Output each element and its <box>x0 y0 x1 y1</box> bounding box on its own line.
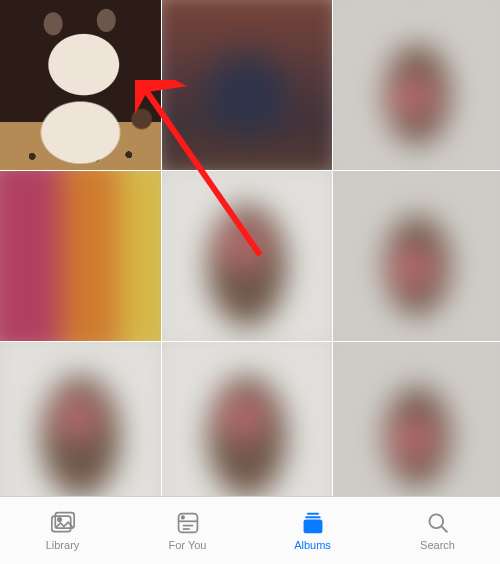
photo-thumbnail[interactable] <box>162 342 332 496</box>
search-icon <box>424 511 452 535</box>
svg-point-12 <box>429 514 443 528</box>
photo-thumbnail[interactable] <box>333 0 500 170</box>
svg-rect-9 <box>307 512 319 514</box>
svg-point-8 <box>181 516 183 518</box>
photo-thumbnail[interactable] <box>162 171 332 341</box>
for-you-icon <box>174 511 202 535</box>
photos-app: Library For You Albums <box>0 0 500 564</box>
svg-rect-11 <box>303 519 322 533</box>
photo-thumbnail[interactable] <box>333 342 500 496</box>
library-icon <box>49 511 77 535</box>
tab-bar: Library For You Albums <box>0 496 500 564</box>
svg-line-13 <box>441 526 447 532</box>
albums-icon <box>299 511 327 535</box>
svg-point-3 <box>57 517 60 520</box>
tab-library[interactable]: Library <box>0 511 125 551</box>
photo-thumbnail[interactable] <box>0 342 161 496</box>
tab-for-you[interactable]: For You <box>125 511 250 551</box>
photo-thumbnail[interactable] <box>162 0 332 170</box>
tab-search[interactable]: Search <box>375 511 500 551</box>
photo-thumbnail-kitten[interactable] <box>0 0 161 170</box>
svg-rect-10 <box>305 516 320 518</box>
photo-thumbnail[interactable] <box>0 171 161 341</box>
photo-grid <box>0 0 500 496</box>
tab-label: Library <box>46 539 80 551</box>
tab-label: Search <box>420 539 455 551</box>
tab-albums[interactable]: Albums <box>250 511 375 551</box>
photo-thumbnail[interactable] <box>333 171 500 341</box>
tab-label: Albums <box>294 539 331 551</box>
tab-label: For You <box>169 539 207 551</box>
